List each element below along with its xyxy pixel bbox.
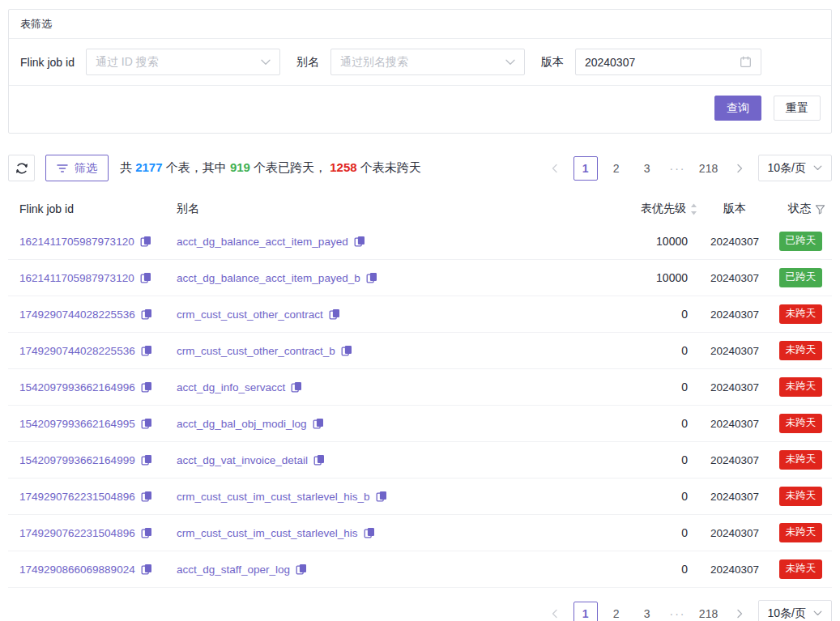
flink-job-id-link[interactable]: 1749290744028225536	[19, 308, 135, 321]
status-cell: 已跨天	[772, 268, 832, 287]
alias-select[interactable]: 通过别名搜索	[330, 49, 525, 75]
priority-cell: 10000	[592, 271, 697, 284]
table-row: 1749290866069889024 acct_dg_staff_oper_l…	[8, 551, 832, 588]
page-button-1[interactable]: 1	[574, 156, 598, 181]
page-size-select[interactable]: 10条/页	[758, 155, 832, 181]
status-cell: 未跨天	[772, 304, 832, 324]
flink-job-id-link[interactable]: 1542097993662164995	[19, 418, 135, 430]
copy-icon[interactable]	[376, 491, 387, 502]
refresh-button[interactable]	[8, 155, 35, 181]
prev-page-button[interactable]	[543, 602, 567, 621]
filter-funnel-icon[interactable]	[815, 204, 825, 215]
flink-job-id-select[interactable]: 通过 ID 搜索	[86, 49, 280, 75]
alias-link[interactable]: crm_cust_cust_im_cust_starlevel_his_b	[177, 491, 370, 503]
copy-icon[interactable]	[140, 272, 151, 283]
page-size-select[interactable]: 10条/页	[758, 600, 832, 621]
alias-link[interactable]: crm_cust_cust_im_cust_starlevel_his	[177, 527, 358, 539]
flink-job-id-link[interactable]: 1749290762231504896	[19, 527, 135, 539]
page-button-2[interactable]: 2	[604, 156, 629, 181]
reset-button[interactable]: 重置	[774, 96, 821, 121]
column-header-version: 版本	[697, 202, 772, 216]
copy-icon[interactable]	[141, 345, 152, 356]
page-button-218[interactable]: 218	[697, 602, 721, 621]
flink-job-id-link[interactable]: 1542097993662164996	[19, 381, 135, 393]
priority-cell: 10000	[592, 235, 697, 248]
status-cell: 未跨天	[772, 450, 832, 470]
page-button-1[interactable]: 1	[574, 602, 598, 621]
filter-card-title: 表筛选	[9, 10, 831, 39]
alias-link[interactable]: acct_dg_bal_obj_modi_log	[177, 418, 307, 430]
copy-icon[interactable]	[141, 308, 152, 320]
summary-text: 共 2177 个表，其中 919 个表已跨天， 1258 个表未跨天	[120, 160, 421, 176]
next-page-button[interactable]	[727, 602, 752, 621]
status-cell: 未跨天	[772, 414, 832, 433]
alias-link[interactable]: acct_dg_balance_acct_item_payed_b	[177, 272, 360, 284]
copy-icon[interactable]	[141, 381, 152, 393]
query-button[interactable]: 查询	[714, 96, 761, 121]
alias-link[interactable]: crm_cust_cust_other_contract_b	[177, 345, 335, 357]
not-crossed-count: 1258	[330, 160, 356, 174]
copy-icon[interactable]	[141, 564, 152, 575]
page-button-218[interactable]: 218	[697, 156, 721, 181]
page-ellipsis[interactable]: ···	[666, 156, 690, 181]
total-count: 2177	[135, 160, 162, 174]
prev-page-button[interactable]	[543, 156, 567, 181]
copy-icon[interactable]	[313, 454, 325, 466]
copy-icon[interactable]	[364, 527, 375, 538]
page-size-label: 10条/页	[768, 606, 806, 621]
copy-icon[interactable]	[354, 236, 365, 247]
version-cell: 20240307	[697, 418, 772, 430]
status-cell: 未跨天	[772, 487, 832, 506]
copy-icon[interactable]	[366, 272, 377, 283]
copy-icon[interactable]	[141, 454, 152, 466]
column-header-status[interactable]: 状态	[772, 202, 832, 216]
crossed-count: 919	[230, 160, 250, 174]
priority-cell: 0	[592, 381, 697, 393]
alias-link[interactable]: acct_dg_balance_acct_item_payed	[177, 236, 348, 248]
refresh-icon	[15, 162, 28, 175]
page-button-2[interactable]: 2	[604, 602, 629, 621]
flink-job-id-link[interactable]: 1749290744028225536	[19, 345, 135, 357]
priority-cell: 0	[592, 453, 697, 466]
alias-link[interactable]: crm_cust_cust_other_contract	[177, 308, 323, 321]
filter-button[interactable]: 筛选	[45, 155, 109, 181]
table-row: 1621411705987973120 acct_dg_balance_acct…	[8, 260, 832, 296]
version-date-input[interactable]: 20240307	[575, 49, 761, 75]
copy-icon[interactable]	[141, 418, 152, 429]
copy-icon[interactable]	[141, 491, 152, 502]
table-row: 1542097993662164999 acct_dg_vat_invoice_…	[8, 442, 832, 479]
pagination-top: 1 2 3 ··· 218 10条/页	[543, 155, 832, 181]
page-ellipsis[interactable]: ···	[666, 602, 690, 621]
status-badge: 未跨天	[779, 341, 823, 360]
copy-icon[interactable]	[329, 308, 340, 320]
next-page-button[interactable]	[727, 156, 752, 181]
table-row: 1749290762231504896 crm_cust_cust_im_cus…	[8, 515, 832, 551]
copy-icon[interactable]	[313, 418, 324, 429]
alias-link[interactable]: acct_dg_info_servacct	[177, 381, 285, 393]
flink-job-id-link[interactable]: 1749290866069889024	[19, 564, 135, 576]
page-button-3[interactable]: 3	[635, 602, 659, 621]
alias-link[interactable]: acct_dg_vat_invoice_detail	[177, 454, 308, 466]
column-header-priority[interactable]: 表优先级	[592, 202, 697, 216]
status-cell: 未跨天	[772, 559, 832, 579]
flink-job-id-link[interactable]: 1542097993662164999	[19, 454, 135, 466]
copy-icon[interactable]	[291, 381, 302, 393]
copy-icon[interactable]	[296, 564, 307, 575]
flink-job-id-link[interactable]: 1621411705987973120	[19, 236, 134, 248]
copy-icon[interactable]	[341, 345, 352, 356]
table-row: 1542097993662164995 acct_dg_bal_obj_modi…	[8, 406, 832, 442]
sort-icon[interactable]	[690, 203, 697, 215]
copy-icon[interactable]	[140, 236, 151, 247]
alias-link[interactable]: acct_dg_staff_oper_log	[177, 564, 290, 576]
priority-cell: 0	[592, 526, 697, 539]
version-value: 20240307	[585, 56, 740, 69]
status-cell: 未跨天	[772, 377, 832, 397]
flink-job-id-link[interactable]: 1621411705987973120	[19, 272, 134, 284]
calendar-icon	[740, 56, 752, 68]
table-header: Flink job id 别名 表优先级 版本 状态	[8, 194, 832, 223]
page-button-3[interactable]: 3	[635, 156, 659, 181]
flink-job-id-link[interactable]: 1749290762231504896	[19, 491, 135, 503]
page-size-label: 10条/页	[768, 161, 806, 176]
copy-icon[interactable]	[141, 527, 152, 538]
filter-card: 表筛选 Flink job id 通过 ID 搜索 别名 通过别名搜索 版本 2…	[8, 9, 832, 134]
